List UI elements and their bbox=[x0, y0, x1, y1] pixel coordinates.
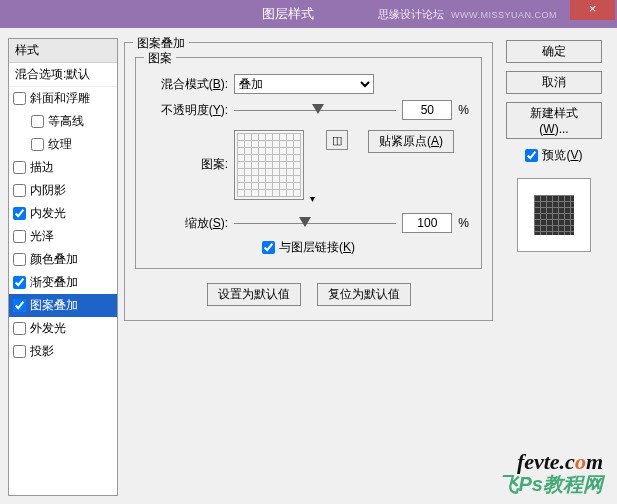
close-button[interactable]: × bbox=[570, 0, 615, 20]
new-pattern-icon[interactable]: ◫ bbox=[326, 130, 348, 150]
make-default-button[interactable]: 设置为默认值 bbox=[207, 283, 301, 306]
pattern-picker-row: 图案: ▾ ◫ 贴紧原点(A) bbox=[148, 130, 469, 203]
new-style-button[interactable]: 新建样式(W)... bbox=[506, 102, 602, 139]
scale-label: 缩放(S): bbox=[148, 215, 228, 232]
blend-mode-label: 混合模式(B): bbox=[148, 76, 228, 93]
style-item-label: 描边 bbox=[30, 159, 54, 176]
style-item-checkbox[interactable] bbox=[13, 276, 26, 289]
action-panel: 确定 取消 新建样式(W)... 预览(V) bbox=[499, 38, 609, 496]
style-item-checkbox[interactable] bbox=[13, 322, 26, 335]
link-with-layer-row: 与图层链接(K) bbox=[148, 239, 469, 256]
style-item-9[interactable]: 图案叠加 bbox=[9, 294, 117, 317]
style-item-label: 外发光 bbox=[30, 320, 66, 337]
ok-button[interactable]: 确定 bbox=[506, 40, 602, 63]
dialog-body: 样式 混合选项:默认 斜面和浮雕等高线纹理描边内阴影内发光光泽颜色叠加渐变叠加图… bbox=[0, 28, 617, 504]
dialog-title: 图层样式 bbox=[262, 5, 314, 23]
reset-default-button[interactable]: 复位为默认值 bbox=[317, 283, 411, 306]
blending-options-default[interactable]: 混合选项:默认 bbox=[9, 63, 117, 87]
style-item-checkbox[interactable] bbox=[31, 138, 44, 151]
style-item-label: 投影 bbox=[30, 343, 54, 360]
style-item-label: 纹理 bbox=[48, 136, 72, 153]
style-item-label: 等高线 bbox=[48, 113, 84, 130]
style-item-checkbox[interactable] bbox=[13, 92, 26, 105]
blend-mode-row: 混合模式(B): 叠加 bbox=[148, 74, 469, 94]
style-item-label: 内发光 bbox=[30, 205, 66, 222]
percent-sign: % bbox=[458, 103, 469, 117]
style-item-checkbox[interactable] bbox=[13, 161, 26, 174]
pattern-overlay-group: 图案叠加 图案 混合模式(B): 叠加 不透明度(Y): bbox=[124, 42, 493, 321]
style-item-5[interactable]: 内发光 bbox=[9, 202, 117, 225]
style-item-1[interactable]: 等高线 bbox=[9, 110, 117, 133]
scale-slider[interactable] bbox=[234, 214, 396, 232]
title-bar: 图层样式 思缘设计论坛 WWW.MISSYUAN.COM × bbox=[0, 0, 617, 28]
default-buttons-row: 设置为默认值 复位为默认值 bbox=[135, 283, 482, 306]
style-item-11[interactable]: 投影 bbox=[9, 340, 117, 363]
style-item-6[interactable]: 光泽 bbox=[9, 225, 117, 248]
style-item-label: 斜面和浮雕 bbox=[30, 90, 90, 107]
opacity-row: 不透明度(Y): % bbox=[148, 100, 469, 120]
style-item-checkbox[interactable] bbox=[13, 299, 26, 312]
pattern-fieldset: 图案 混合模式(B): 叠加 不透明度(Y): bbox=[135, 57, 482, 269]
styles-list-panel: 样式 混合选项:默认 斜面和浮雕等高线纹理描边内阴影内发光光泽颜色叠加渐变叠加图… bbox=[8, 38, 118, 496]
scale-row: 缩放(S): % bbox=[148, 213, 469, 233]
opacity-input[interactable] bbox=[402, 100, 452, 120]
style-item-2[interactable]: 纹理 bbox=[9, 133, 117, 156]
pattern-legend: 图案 bbox=[144, 50, 176, 67]
style-item-checkbox[interactable] bbox=[13, 207, 26, 220]
link-with-layer-checkbox[interactable] bbox=[262, 241, 275, 254]
pattern-dropdown-icon[interactable]: ▾ bbox=[306, 193, 318, 205]
style-item-checkbox[interactable] bbox=[13, 184, 26, 197]
opacity-label: 不透明度(Y): bbox=[148, 102, 228, 119]
preview-thumbnail bbox=[517, 178, 591, 252]
style-item-checkbox[interactable] bbox=[13, 345, 26, 358]
style-item-label: 内阴影 bbox=[30, 182, 66, 199]
link-with-layer-label: 与图层链接(K) bbox=[279, 239, 355, 256]
cancel-button[interactable]: 取消 bbox=[506, 71, 602, 94]
style-item-label: 颜色叠加 bbox=[30, 251, 78, 268]
style-item-checkbox[interactable] bbox=[13, 230, 26, 243]
options-panel: 图案叠加 图案 混合模式(B): 叠加 不透明度(Y): bbox=[118, 38, 499, 496]
pattern-label: 图案: bbox=[148, 130, 228, 173]
style-item-3[interactable]: 描边 bbox=[9, 156, 117, 179]
preview-row: 预览(V) bbox=[525, 147, 582, 164]
style-item-checkbox[interactable] bbox=[13, 253, 26, 266]
style-item-7[interactable]: 颜色叠加 bbox=[9, 248, 117, 271]
style-item-8[interactable]: 渐变叠加 bbox=[9, 271, 117, 294]
style-item-label: 光泽 bbox=[30, 228, 54, 245]
style-item-checkbox[interactable] bbox=[31, 115, 44, 128]
style-item-0[interactable]: 斜面和浮雕 bbox=[9, 87, 117, 110]
preview-inner-icon bbox=[534, 195, 574, 235]
pattern-swatch[interactable] bbox=[234, 130, 304, 200]
blend-mode-select[interactable]: 叠加 bbox=[234, 74, 374, 94]
percent-sign: % bbox=[458, 216, 469, 230]
style-item-label: 渐变叠加 bbox=[30, 274, 78, 291]
preview-label: 预览(V) bbox=[542, 147, 582, 164]
style-item-label: 图案叠加 bbox=[30, 297, 78, 314]
opacity-slider[interactable] bbox=[234, 101, 396, 119]
style-item-4[interactable]: 内阴影 bbox=[9, 179, 117, 202]
preview-checkbox[interactable] bbox=[525, 149, 538, 162]
styles-header[interactable]: 样式 bbox=[9, 39, 117, 63]
style-item-10[interactable]: 外发光 bbox=[9, 317, 117, 340]
scale-input[interactable] bbox=[402, 213, 452, 233]
branding-text: 思缘设计论坛 WWW.MISSYUAN.COM bbox=[378, 7, 557, 22]
snap-to-origin-button[interactable]: 贴紧原点(A) bbox=[368, 130, 454, 153]
